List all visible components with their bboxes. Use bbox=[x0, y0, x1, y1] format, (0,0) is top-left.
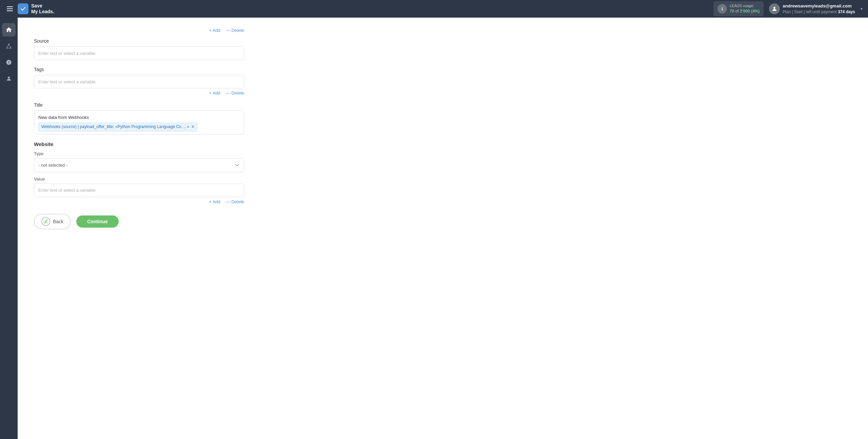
svg-rect-0 bbox=[20, 5, 26, 12]
source-section: Source bbox=[34, 38, 852, 60]
value-sub-label: Value bbox=[34, 176, 852, 182]
back-icon bbox=[41, 217, 50, 226]
sidebar-item-connections[interactable] bbox=[2, 39, 16, 53]
website-add-button[interactable]: + Add bbox=[209, 199, 220, 204]
main-layout: + Add — Delete Source Tags + Add — Delet… bbox=[0, 18, 868, 439]
hamburger-menu-button[interactable] bbox=[5, 5, 14, 13]
bottom-actions: Back Continue bbox=[34, 214, 852, 229]
svg-point-2 bbox=[8, 44, 9, 45]
svg-line-5 bbox=[7, 45, 9, 47]
svg-point-3 bbox=[6, 47, 7, 48]
title-input-field[interactable]: New data from Webhooks Webhooks (source)… bbox=[34, 110, 244, 134]
logo-text: Save My Leads. bbox=[31, 3, 54, 15]
source-label: Source bbox=[34, 38, 852, 44]
website-delete-button[interactable]: — Delete bbox=[226, 199, 244, 204]
title-chip-remove-button[interactable]: ✕ bbox=[191, 125, 194, 129]
form-container: + Add — Delete Source Tags + Add — Delet… bbox=[18, 18, 868, 439]
sidebar-item-profile[interactable] bbox=[2, 72, 16, 85]
website-section: Website Type - not selected - Work Home … bbox=[34, 141, 852, 204]
tags-add-button[interactable]: + Add bbox=[209, 90, 220, 96]
topbar: Save My Leads. i LEADS usage: 70 of 2'00… bbox=[0, 0, 868, 18]
top-delete-button[interactable]: — Delete bbox=[226, 28, 244, 33]
title-tag-chip: Webhooks (source) | payload_offer_title:… bbox=[38, 123, 197, 131]
svg-point-1 bbox=[773, 7, 775, 9]
website-value-group: Value + Add — Delete bbox=[34, 176, 852, 204]
title-section: Title New data from Webhooks Webhooks (s… bbox=[34, 102, 852, 134]
sidebar-item-billing[interactable] bbox=[2, 56, 16, 69]
tags-section: Tags + Add — Delete bbox=[34, 67, 852, 96]
svg-line-6 bbox=[9, 45, 11, 47]
tags-add-delete-row: + Add — Delete bbox=[34, 90, 244, 96]
user-details: andrewsavemyleads@gmail.com Plan | Start… bbox=[783, 3, 855, 15]
user-info: andrewsavemyleads@gmail.com Plan | Start… bbox=[769, 3, 855, 15]
website-add-delete-row: + Add — Delete bbox=[34, 199, 244, 204]
svg-point-8 bbox=[8, 77, 10, 79]
content-area: + Add — Delete Source Tags + Add — Delet… bbox=[18, 18, 868, 439]
logo: Save My Leads. bbox=[18, 3, 54, 15]
svg-point-4 bbox=[10, 47, 11, 48]
logo-icon bbox=[18, 3, 28, 14]
user-menu-chevron[interactable]: ▾ bbox=[861, 6, 863, 11]
tags-label: Tags bbox=[34, 67, 852, 72]
continue-button[interactable]: Continue bbox=[76, 215, 119, 228]
tags-delete-button[interactable]: — Delete bbox=[226, 90, 244, 96]
type-sub-label: Type bbox=[34, 151, 852, 156]
sidebar bbox=[0, 18, 18, 439]
type-select[interactable]: - not selected - Work Home Other bbox=[34, 158, 244, 172]
value-input[interactable] bbox=[34, 184, 244, 197]
title-static-text: New data from Webhooks bbox=[38, 113, 89, 121]
title-label: Title bbox=[34, 102, 852, 108]
top-add-button[interactable]: + Add bbox=[209, 28, 220, 33]
leads-usage-widget: i LEADS usage: 70 of 2'000 (4%) bbox=[713, 1, 764, 16]
source-input[interactable] bbox=[34, 46, 244, 60]
website-type-group: Type - not selected - Work Home Other bbox=[34, 151, 852, 172]
sidebar-item-home[interactable] bbox=[2, 23, 16, 37]
back-button[interactable]: Back bbox=[34, 214, 71, 229]
leads-usage-text: LEADS usage: 70 of 2'000 (4%) bbox=[730, 3, 760, 14]
top-add-delete-row: + Add — Delete bbox=[34, 28, 244, 33]
title-chip-text: Webhooks (source) | payload_offer_title:… bbox=[41, 124, 189, 130]
back-label: Back bbox=[53, 219, 63, 224]
leads-info-icon: i bbox=[717, 4, 727, 14]
website-section-title: Website bbox=[34, 141, 852, 147]
user-avatar-icon bbox=[769, 3, 780, 14]
tags-input[interactable] bbox=[34, 75, 244, 88]
